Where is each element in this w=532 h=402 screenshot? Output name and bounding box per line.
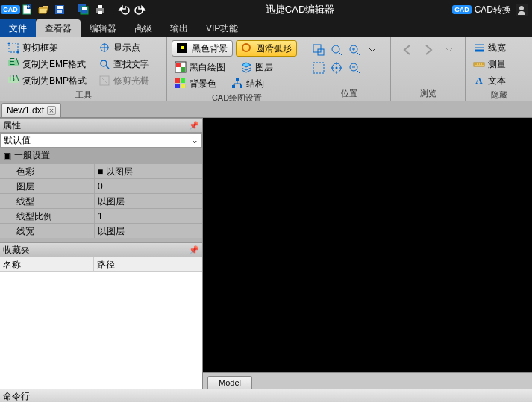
menu-advanced[interactable]: 高级: [125, 19, 161, 37]
svg-point-25: [242, 44, 250, 51]
nav-forward-icon: [422, 43, 435, 57]
tools-group-label: 工具: [4, 89, 162, 101]
layers-button[interactable]: 图层: [237, 60, 276, 75]
svg-rect-7: [82, 7, 87, 10]
linewidth-button[interactable]: 线宽: [470, 40, 509, 55]
print-icon[interactable]: [93, 2, 107, 17]
menu-file[interactable]: 文件: [0, 19, 36, 37]
fit-screen-icon[interactable]: [312, 61, 325, 75]
title-bar: CAD 迅捷CAD编辑器 CAD CAD转换: [0, 0, 532, 19]
favorites-col-path[interactable]: 路径: [94, 257, 118, 271]
new-icon[interactable]: [19, 2, 34, 17]
menu-vip[interactable]: VIP功能: [197, 19, 247, 37]
svg-rect-30: [181, 78, 185, 83]
text-button[interactable]: A文本: [470, 73, 509, 88]
pin-icon[interactable]: 📌: [189, 121, 199, 131]
bw-draw-button[interactable]: 黑白绘图: [172, 60, 228, 75]
save-icon[interactable]: [52, 2, 67, 17]
menu-viewer[interactable]: 查看器: [36, 19, 81, 37]
menu-editor[interactable]: 编辑器: [81, 19, 125, 37]
app-title: 迅捷CAD编辑器: [148, 3, 452, 16]
smooth-arc-button[interactable]: 圆滑弧形: [236, 40, 297, 57]
zoom-dropdown-icon[interactable]: [366, 43, 379, 57]
pan-target-icon[interactable]: [330, 61, 343, 75]
favorites-col-name[interactable]: 名称: [0, 257, 94, 271]
chevron-down-icon[interactable]: ⌄: [191, 135, 198, 145]
show-point-button[interactable]: 显示点: [96, 40, 152, 55]
property-row[interactable]: 图层0: [0, 178, 202, 193]
open-icon[interactable]: [36, 2, 51, 17]
svg-point-12: [519, 6, 524, 10]
default-value-dropdown[interactable]: 默认值 ⌄: [0, 133, 202, 148]
ribbon: 剪切框架 EMF复制为EMF格式 BMP复制为BMP格式 显示点 查找文字 修剪…: [0, 37, 532, 101]
pin-icon[interactable]: 📌: [189, 245, 199, 255]
svg-point-42: [336, 67, 338, 69]
nav-back-icon: [401, 43, 414, 57]
menu-bar: 文件 查看器 编辑器 高级 输出 VIP功能: [0, 19, 532, 37]
nav-dropdown-icon: [442, 43, 456, 57]
svg-text:EMF: EMF: [9, 58, 19, 67]
svg-rect-34: [232, 85, 235, 88]
menu-output[interactable]: 输出: [161, 19, 197, 37]
close-icon[interactable]: ×: [47, 106, 56, 115]
redo-icon[interactable]: [133, 2, 148, 17]
undo-icon[interactable]: [116, 2, 131, 17]
structure-button[interactable]: 结构: [228, 76, 267, 91]
svg-rect-10: [98, 11, 102, 14]
svg-rect-32: [181, 84, 185, 88]
status-text: 命令行: [3, 391, 30, 401]
property-row[interactable]: 线型以图层: [0, 193, 202, 208]
svg-point-21: [101, 60, 107, 66]
svg-rect-28: [181, 67, 185, 72]
black-bg-button[interactable]: 黑色背景: [172, 40, 233, 57]
document-tab[interactable]: New1.dxf ×: [1, 103, 61, 117]
save-all-icon[interactable]: [76, 2, 91, 17]
property-row[interactable]: 线宽以图层: [0, 223, 202, 238]
measure-button[interactable]: 测量: [470, 57, 509, 72]
svg-rect-40: [313, 63, 324, 73]
property-row[interactable]: 线型比例1: [0, 208, 202, 223]
zoom-in-icon[interactable]: [348, 43, 361, 57]
model-tab[interactable]: Model: [207, 376, 252, 389]
svg-rect-35: [240, 85, 242, 88]
property-row[interactable]: 色彩■ 以图层: [0, 163, 202, 178]
zoom-extents-icon[interactable]: [330, 43, 343, 57]
trim-aura-button: 修剪光栅: [96, 73, 152, 88]
bg-color-button[interactable]: 背景色: [172, 76, 219, 91]
svg-rect-3: [57, 6, 63, 9]
svg-rect-9: [98, 5, 102, 8]
browse-group-label: 浏览: [395, 88, 460, 99]
find-text-button[interactable]: 查找文字: [96, 57, 152, 72]
properties-panel-header[interactable]: 属性 📌: [0, 118, 202, 133]
cad-badge-icon: CAD: [452, 5, 472, 14]
svg-rect-4: [57, 10, 62, 13]
clip-frame-button[interactable]: 剪切框架: [4, 40, 90, 55]
drawing-canvas[interactable]: [203, 118, 532, 372]
svg-rect-31: [175, 84, 180, 88]
model-tab-strip: Model: [203, 372, 532, 389]
svg-rect-33: [236, 78, 239, 81]
svg-rect-24: [181, 46, 184, 49]
favorites-list: [0, 272, 202, 389]
zoom-window-icon[interactable]: [312, 43, 325, 57]
property-section-general[interactable]: ▣一般设置: [0, 148, 202, 163]
property-grid: ▣一般设置 色彩■ 以图层图层0线型以图层线型比例1线宽以图层: [0, 148, 202, 238]
copy-emf-button[interactable]: EMF复制为EMF格式: [4, 57, 90, 72]
favorites-panel-header[interactable]: 收藏夹 📌: [0, 242, 202, 257]
svg-rect-29: [175, 78, 180, 83]
svg-text:BMP: BMP: [9, 75, 19, 84]
cad-convert-link[interactable]: CAD转换: [475, 4, 511, 16]
svg-point-15: [17, 51, 19, 54]
favorites-columns: 名称 路径: [0, 257, 202, 272]
document-tab-label: New1.dxf: [7, 105, 44, 116]
svg-rect-13: [9, 43, 18, 52]
hide-group-label: 隐藏: [470, 89, 528, 101]
user-icon[interactable]: [514, 2, 529, 17]
position-group-label: 位置: [312, 88, 386, 99]
svg-rect-36: [313, 45, 321, 52]
collapse-icon[interactable]: ▣: [3, 151, 11, 161]
status-bar: 命令行: [0, 389, 532, 402]
zoom-out-icon[interactable]: [348, 61, 361, 75]
copy-bmp-button[interactable]: BMP复制为BMP格式: [4, 73, 90, 88]
app-icon[interactable]: CAD: [3, 2, 18, 17]
